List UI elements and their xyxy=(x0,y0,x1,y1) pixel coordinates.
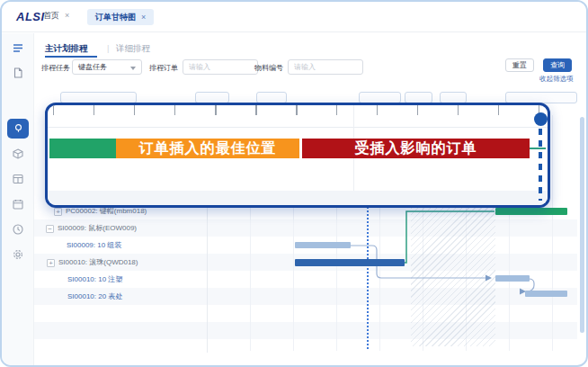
insert-lead-segment xyxy=(49,139,116,158)
row-label: SI00010: 10 注塑 xyxy=(67,275,122,283)
affected-orders-segment: 受插入影响的订单 xyxy=(302,139,530,158)
sidebar-item-active[interactable] xyxy=(7,119,29,139)
gantt-bar-green[interactable] xyxy=(495,208,567,215)
collapse-filters-link[interactable]: 收起筛选项 xyxy=(539,75,574,84)
gantt-row-si00009[interactable]: −SI00009: 鼠标(EOW009) xyxy=(46,219,137,237)
clock-icon[interactable] xyxy=(13,224,23,235)
vertical-scrollbar[interactable] xyxy=(580,117,584,333)
tab-master-schedule[interactable]: 主计划排程 xyxy=(45,43,88,55)
reset-button[interactable]: 重置 xyxy=(505,58,534,72)
order-input[interactable] xyxy=(183,59,258,75)
chevron-down-icon xyxy=(130,67,136,70)
timeline-baseline xyxy=(48,127,548,128)
gantt-bar-assembly[interactable] xyxy=(295,242,351,248)
top-bar: ALSI 首页× 订单甘特图 × xyxy=(2,2,586,32)
material-input[interactable] xyxy=(288,59,363,75)
gantt-row-si00010-op20[interactable]: SI00010: 20 表处 xyxy=(67,288,122,305)
gantt-row-si00010-op10[interactable]: SI00010: 10 注塑 xyxy=(67,271,122,288)
insert-time-dotted-line xyxy=(367,207,369,349)
row-label: SI00010: 20 表处 xyxy=(67,292,122,300)
insert-marker-dot xyxy=(534,112,548,126)
order-filter-label: 排程订单 xyxy=(149,63,178,73)
task-filter-label: 排程任务 xyxy=(41,63,70,73)
sidebar xyxy=(2,33,34,367)
insert-marker-dashed-line xyxy=(539,129,542,201)
tab-home-label: 首页 xyxy=(43,11,59,20)
expand-icon[interactable]: + xyxy=(47,259,55,267)
row-label: PC00002: 键帽(mbm018) xyxy=(66,207,147,215)
gear-icon[interactable] xyxy=(13,249,23,260)
insert-tail-line xyxy=(530,148,546,149)
tab-order-gantt-label: 订单甘特图 xyxy=(95,12,136,23)
close-icon[interactable]: × xyxy=(65,11,69,20)
query-button[interactable]: 查询 xyxy=(543,58,572,72)
bulb-icon xyxy=(13,121,23,137)
row-label: SI00009: 10 组装 xyxy=(67,241,121,249)
task-select[interactable]: 键盘任务 xyxy=(72,59,142,75)
box-icon[interactable] xyxy=(13,148,23,159)
material-filter-label: 物料编号 xyxy=(254,63,283,73)
timeline-ticks xyxy=(53,105,542,115)
close-icon[interactable]: × xyxy=(141,13,146,22)
gantt-bar-molding[interactable] xyxy=(495,275,530,282)
menu-icon[interactable] xyxy=(13,42,23,53)
gantt-bar-summary[interactable] xyxy=(295,259,405,266)
document-icon[interactable] xyxy=(13,67,23,78)
gantt-row-si00009-op10[interactable]: SI00009: 10 组装 xyxy=(67,237,121,254)
app-window: ALSI 首页× 订单甘特图 × xyxy=(0,0,588,367)
gantt-bar-surface[interactable] xyxy=(525,291,567,297)
expand-icon[interactable]: + xyxy=(54,208,62,216)
tab-order-gantt[interactable]: 订单甘特图 × xyxy=(87,9,154,25)
app-logo: ALSI xyxy=(16,10,45,23)
tab-home[interactable]: 首页× xyxy=(43,10,69,22)
affected-range-hatch xyxy=(411,208,495,346)
row-label: SI00010: 滚珠(QWD018) xyxy=(58,258,138,266)
tab-divider: | xyxy=(107,43,109,53)
best-position-label: 订单插入的最佳位置 xyxy=(139,139,277,158)
active-tab-underline xyxy=(45,56,97,58)
insertion-legend-callout: 订单插入的最佳位置 受插入影响的订单 xyxy=(45,103,550,208)
task-select-value: 键盘任务 xyxy=(78,62,107,72)
callout-bottom-stripe xyxy=(48,191,548,205)
affected-orders-label: 受插入影响的订单 xyxy=(355,139,477,158)
best-position-segment: 订单插入的最佳位置 xyxy=(116,139,299,158)
board-icon[interactable] xyxy=(13,174,23,184)
gantt-row-si00010[interactable]: +SI00010: 滚珠(QWD018) xyxy=(47,254,138,271)
collapse-icon[interactable]: − xyxy=(46,225,54,233)
row-label: SI00009: 鼠标(EOW009) xyxy=(58,224,137,232)
tab-detail-schedule[interactable]: 详细排程 xyxy=(116,43,150,55)
calendar-icon[interactable] xyxy=(13,199,23,210)
